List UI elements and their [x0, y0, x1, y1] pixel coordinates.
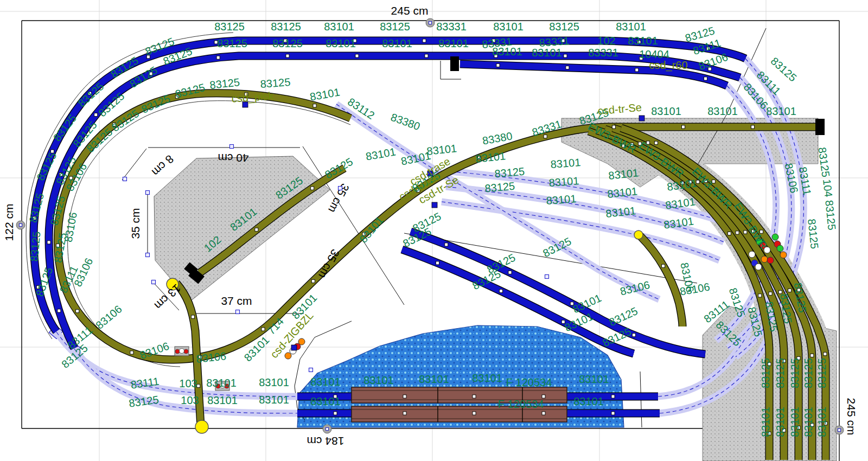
track-node[interactable]	[473, 395, 476, 398]
track-node[interactable]	[496, 63, 500, 67]
track-part-label[interactable]: 83101	[532, 47, 562, 59]
track-node[interactable]	[499, 290, 502, 293]
signal-dot[interactable]	[780, 252, 787, 258]
track-part-label[interactable]: 83101	[326, 37, 356, 49]
track-node[interactable]	[744, 230, 747, 234]
track-node[interactable]	[544, 135, 547, 138]
track-part-label[interactable]: 83101	[760, 407, 771, 437]
track-node[interactable]	[355, 54, 359, 57]
track-part-label[interactable]: 83101	[707, 105, 738, 117]
track-part-label[interactable]: 103	[181, 394, 199, 406]
track-node[interactable]	[662, 264, 665, 267]
track-node[interactable]	[76, 310, 79, 313]
track-part-label[interactable]: 10404	[639, 48, 669, 60]
track-node[interactable]	[445, 243, 448, 246]
track-node[interactable]	[94, 113, 98, 117]
track-node[interactable]	[334, 412, 337, 415]
track-node[interactable]	[635, 68, 639, 72]
track-node[interactable]	[824, 353, 827, 356]
dimension-label[interactable]: 245 cm	[391, 4, 429, 17]
track-node[interactable]	[542, 412, 545, 415]
signal-dot[interactable]	[285, 353, 291, 359]
dimension-label[interactable]: 245 cm	[845, 398, 858, 436]
track-part-label[interactable]: 83101	[472, 372, 502, 384]
dimension-label[interactable]: 37 cm	[221, 294, 252, 307]
track-part-label[interactable]: 83101	[802, 407, 814, 437]
plan-canvas[interactable]: 8312583125831018312583331831018312583101…	[0, 0, 868, 461]
buffer-stop[interactable]	[815, 119, 825, 135]
track-part-label[interactable]: 83331	[436, 21, 467, 33]
track-part-label[interactable]: 83101	[259, 376, 289, 388]
buffer-stop[interactable]	[450, 56, 459, 71]
dimension-label[interactable]: 40 cm	[218, 152, 248, 164]
track-part-label[interactable]: 83331	[588, 47, 618, 59]
track-node[interactable]	[192, 315, 195, 318]
track-node[interactable]	[566, 66, 569, 69]
track-part-label[interactable]: 83125	[816, 358, 828, 388]
track-part-label[interactable]: 83125	[217, 37, 247, 49]
track-node[interactable]	[751, 125, 755, 129]
track-part-label[interactable]: 83101	[766, 105, 796, 117]
track-node[interactable]	[769, 292, 772, 295]
track-node[interactable]	[727, 232, 731, 235]
track-node[interactable]	[611, 395, 615, 398]
track-node[interactable]	[403, 412, 406, 415]
track-part-label[interactable]: 83125	[789, 358, 801, 388]
track-part-label[interactable]: 83101	[207, 394, 238, 406]
track-node[interactable]	[704, 77, 707, 80]
signal-blue-marker[interactable]	[432, 202, 437, 208]
selection-handle[interactable]	[230, 145, 234, 149]
signal-dot[interactable]	[755, 264, 762, 270]
track-node[interactable]	[508, 271, 512, 274]
track-part-label[interactable]: 83101	[382, 37, 412, 49]
track-part-label[interactable]: 83101	[310, 395, 341, 407]
selection-handle[interactable]	[123, 177, 127, 181]
track-node[interactable]	[403, 395, 406, 398]
track-part-label[interactable]: 83101	[579, 373, 609, 385]
track-part-label[interactable]: 83101	[651, 105, 681, 117]
track-node[interactable]	[47, 241, 50, 244]
track-part-label[interactable]: csd_r60	[649, 59, 687, 72]
track-part-label[interactable]: 83101	[310, 376, 341, 388]
selection-handle[interactable]	[339, 187, 342, 190]
signal-dot[interactable]	[749, 251, 755, 258]
selection-handle[interactable]	[152, 280, 156, 284]
track-part-label[interactable]: 83125	[380, 21, 410, 33]
track-part-label[interactable]: 83125	[549, 21, 579, 33]
track-part-label[interactable]: 83101	[789, 407, 801, 437]
signal-dot[interactable]	[761, 256, 768, 262]
track-node[interactable]	[423, 39, 426, 42]
track-part-label[interactable]: 83101	[259, 394, 289, 406]
turnout-yellow-marker[interactable]	[195, 420, 208, 433]
signal-blue-marker[interactable]	[291, 345, 297, 350]
selection-handle[interactable]	[146, 191, 150, 195]
track-node[interactable]	[682, 125, 685, 129]
track-part-label[interactable]: 83101	[363, 374, 394, 386]
dimension-label[interactable]: 35 cm	[129, 208, 142, 239]
track-node[interactable]	[611, 412, 615, 415]
track-node[interactable]	[736, 231, 739, 234]
track-part-label[interactable]: 83101	[546, 193, 577, 207]
track-node[interactable]	[473, 412, 476, 415]
track-node[interactable]	[255, 228, 258, 231]
track-part-label[interactable]: 83101	[206, 377, 237, 389]
track-part-label[interactable]: 83101	[548, 175, 579, 189]
track-node[interactable]	[130, 351, 133, 354]
track-part-label[interactable]: 83101	[550, 156, 581, 170]
selection-handle[interactable]	[146, 253, 150, 257]
signal-blue-marker[interactable]	[639, 116, 644, 121]
track-part-label[interactable]: 83101	[628, 35, 658, 47]
signal-dot[interactable]	[767, 257, 774, 264]
track-part-label[interactable]: F 120534	[498, 398, 544, 410]
turnout-yellow-marker[interactable]	[634, 230, 643, 239]
track-node[interactable]	[612, 125, 616, 129]
track-node[interactable]	[286, 54, 289, 57]
track-part-label[interactable]: 83101	[324, 21, 354, 33]
signal-dot[interactable]	[772, 234, 778, 240]
track-part-label[interactable]: F 120534	[506, 376, 552, 388]
track-node[interactable]	[778, 290, 782, 293]
signal-dot[interactable]	[777, 245, 783, 252]
track-node[interactable]	[216, 56, 220, 59]
track-node[interactable]	[313, 104, 316, 107]
track-part-label[interactable]: 102	[597, 35, 615, 47]
